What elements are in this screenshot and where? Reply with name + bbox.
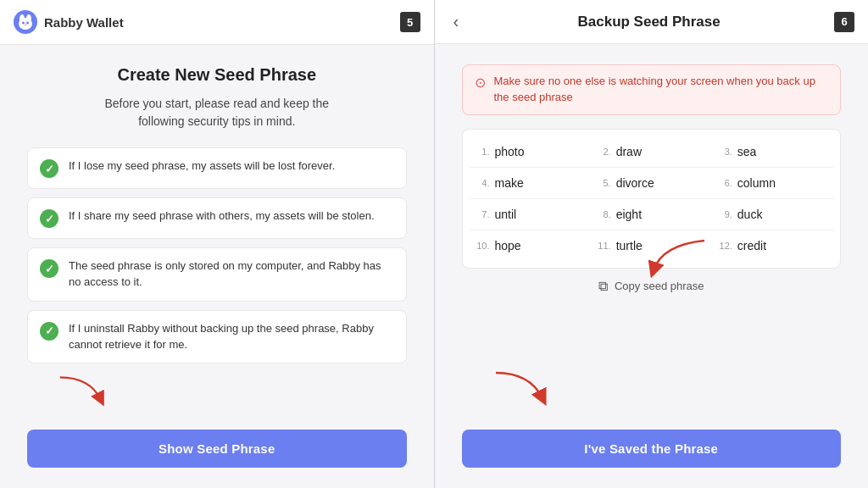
- rabby-logo-icon: [14, 10, 37, 34]
- seed-number: 4.: [476, 178, 490, 188]
- seed-word: hope: [495, 239, 521, 252]
- warning-icon: ⊙: [475, 75, 486, 91]
- checklist-text: If I lose my seed phrase, my assets will…: [69, 158, 335, 175]
- panel-backup-seed: ‹ Backup Seed Phrase 6 ⊙ Make sure no on…: [434, 0, 869, 488]
- list-item: 9. duck: [712, 199, 833, 230]
- list-item: 6. column: [712, 168, 833, 199]
- list-item: 8. eight: [591, 199, 712, 230]
- seed-word: duck: [737, 208, 763, 221]
- panel1-arrow: [53, 373, 112, 419]
- panel1-subtitle: Before you start, please read and keep t…: [27, 95, 407, 130]
- seed-word: column: [737, 176, 776, 190]
- panel1-title: Create New Seed Phrase: [27, 65, 407, 85]
- panel2-content: ⊙ Make sure no one else is watching your…: [435, 44, 869, 488]
- seed-word: until: [495, 208, 517, 221]
- warning-text: Make sure no one else is watching your s…: [494, 74, 829, 106]
- check-icon: [40, 159, 58, 178]
- check-icon: [40, 259, 58, 278]
- panel1-logo-text: Rabby Wallet: [44, 15, 124, 30]
- seed-number: 12.: [719, 241, 732, 251]
- seed-word: eight: [616, 208, 642, 221]
- checklist-text: The seed phrase is only stored on my com…: [69, 258, 394, 291]
- back-chevron-icon[interactable]: ‹: [448, 10, 465, 33]
- list-item: If I lose my seed phrase, my assets will…: [27, 147, 407, 189]
- panel1-step-badge: 5: [400, 12, 420, 32]
- list-item: 12. credit: [712, 230, 833, 261]
- seed-number: 3.: [719, 147, 732, 157]
- svg-point-2: [19, 14, 25, 23]
- list-item: If I share my seed phrase with others, m…: [27, 197, 407, 239]
- list-item: 5. divorce: [591, 168, 712, 199]
- seed-number: 2.: [598, 147, 611, 157]
- seed-word: draw: [616, 145, 642, 158]
- panel2-title: Backup Seed Phrase: [464, 14, 834, 30]
- panel1-button-area: Show Seed Phrase: [27, 416, 407, 468]
- warning-banner: ⊙ Make sure no one else is watching your…: [462, 64, 842, 115]
- show-seed-phrase-button[interactable]: Show Seed Phrase: [27, 430, 407, 468]
- seed-number: 9.: [719, 209, 732, 219]
- check-icon: [40, 209, 58, 228]
- list-item: 1. photo: [470, 136, 591, 168]
- list-item: If I uninstall Rabby without backing up …: [27, 310, 407, 364]
- list-item: 7. until: [470, 199, 591, 230]
- seed-number: 11.: [598, 241, 611, 251]
- panel2-save-arrow: [487, 369, 555, 419]
- svg-point-4: [22, 22, 25, 25]
- svg-point-6: [25, 25, 27, 26]
- panel2-header: ‹ Backup Seed Phrase 6: [435, 0, 869, 44]
- panel1-content: Create New Seed Phrase Before you start,…: [0, 45, 434, 488]
- seed-word: divorce: [616, 176, 654, 190]
- seed-number: 5.: [598, 178, 611, 188]
- back-button-area[interactable]: ‹: [448, 10, 465, 33]
- seed-number: 10.: [476, 241, 490, 251]
- checklist-text: If I share my seed phrase with others, m…: [69, 208, 375, 225]
- seed-number: 6.: [719, 178, 732, 188]
- seed-number: 7.: [476, 209, 490, 219]
- panel1-header: Rabby Wallet 5: [0, 0, 434, 45]
- seed-word: sea: [737, 145, 757, 158]
- checklist-text: If I uninstall Rabby without backing up …: [69, 321, 394, 353]
- seed-word: credit: [737, 239, 766, 252]
- seed-number: 1.: [476, 147, 490, 157]
- panel2-step-badge: 6: [834, 12, 854, 32]
- panel-create-seed: Rabby Wallet 5 Create New Seed Phrase Be…: [0, 0, 434, 488]
- list-item: 10. hope: [470, 230, 591, 261]
- list-item: 4. make: [470, 168, 591, 199]
- panel2-copy-arrow: [637, 232, 713, 286]
- seed-number: 8.: [598, 209, 611, 219]
- seed-word: photo: [495, 145, 525, 158]
- saved-phrase-button[interactable]: I've Saved the Phrase: [462, 430, 842, 468]
- seed-word: make: [495, 176, 524, 190]
- copy-icon: ⧉: [598, 279, 608, 294]
- svg-point-3: [26, 14, 31, 23]
- list-item: 2. draw: [591, 136, 712, 168]
- list-item: 3. sea: [712, 136, 833, 168]
- list-item: The seed phrase is only stored on my com…: [27, 247, 407, 302]
- panel2-button-area: I've Saved the Phrase: [462, 416, 842, 468]
- copy-area: ⧉ Copy seed phrase: [462, 279, 842, 294]
- check-icon: [40, 322, 58, 341]
- logo-area: Rabby Wallet: [14, 10, 124, 34]
- svg-point-5: [26, 22, 29, 25]
